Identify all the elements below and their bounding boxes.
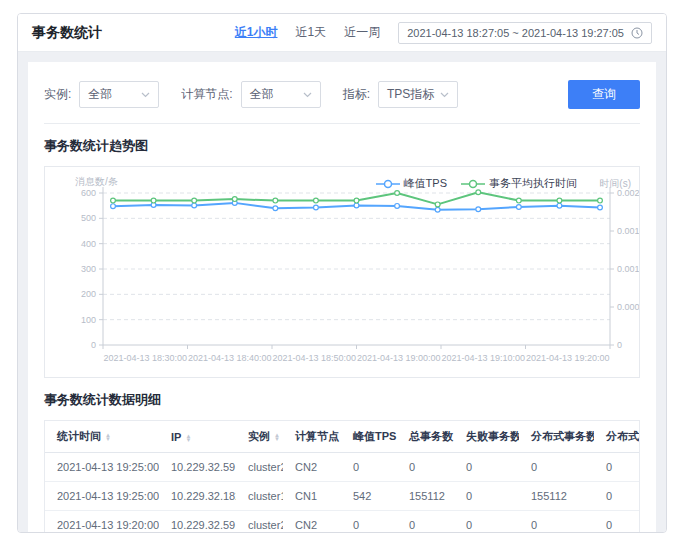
cell-r2-c2: cluster2 — [236, 511, 283, 534]
svg-text:0: 0 — [617, 340, 622, 350]
node-select[interactable]: 全部 — [241, 81, 321, 108]
stats-panel: 事务数统计 近1小时 近1天 近一周 2021-04-13 18:27:05 ~… — [17, 13, 667, 533]
column-label: 分布式事务提交异 — [606, 430, 640, 442]
cell-r2-c1: 10.229.32.59 — [159, 511, 236, 534]
metric-select-value: TPS指标 — [387, 86, 434, 103]
column-label: IP — [171, 431, 181, 443]
chart-svg: 010020030040050060000.00050.0010.00150.0… — [45, 185, 640, 377]
column-label: 实例 — [248, 430, 270, 442]
chevron-down-icon — [440, 92, 449, 98]
cell-r2-c7: 0 — [519, 511, 594, 534]
filter-row: 实例: 全部 计算节点: 全部 指标: TPS指标 — [44, 72, 640, 123]
cell-r2-c5: 0 — [397, 511, 454, 534]
instance-filter: 实例: 全部 — [44, 81, 159, 108]
column-label: 峰值TPS — [353, 430, 396, 442]
cell-r0-c3: CN2 — [283, 453, 341, 482]
column-header-4[interactable]: 峰值TPS▲▼ — [341, 421, 397, 453]
cell-r1-c0: 2021-04-13 19:25:00 — [45, 482, 159, 511]
cell-r1-c1: 10.229.32.182 — [159, 482, 236, 511]
cell-r1-c3: CN1 — [283, 482, 341, 511]
panel-header: 事务数统计 近1小时 近1天 近一周 2021-04-13 18:27:05 ~… — [18, 14, 666, 52]
clock-icon — [631, 27, 643, 39]
svg-text:500: 500 — [81, 213, 96, 223]
column-header-3[interactable]: 计算节点▲▼ — [283, 421, 341, 453]
svg-text:400: 400 — [81, 239, 96, 249]
tab-last-day[interactable]: 近1天 — [295, 24, 326, 41]
svg-text:2021-04-13 18:40:00: 2021-04-13 18:40:00 — [188, 353, 272, 363]
cell-r0-c1: 10.229.32.59 — [159, 453, 236, 482]
column-header-6[interactable]: 失败事务数▲▼ — [454, 421, 519, 453]
cell-r2-c0: 2021-04-13 19:20:00 — [45, 511, 159, 534]
instance-select-value: 全部 — [88, 86, 112, 103]
column-header-1[interactable]: IP▲▼ — [159, 421, 236, 453]
svg-text:2021-04-13 19:10:00: 2021-04-13 19:10:00 — [441, 353, 525, 363]
node-label: 计算节点: — [181, 86, 232, 103]
cell-r0-c8: 0 — [594, 453, 640, 482]
date-range-picker[interactable]: 2021-04-13 18:27:05 ~ 2021-04-13 19:27:0… — [398, 22, 652, 44]
metric-label: 指标: — [343, 86, 370, 103]
cell-r1-c2: cluster1 — [236, 482, 283, 511]
svg-text:200: 200 — [81, 289, 96, 299]
svg-text:0.002: 0.002 — [617, 188, 640, 198]
svg-text:2021-04-13 18:50:00: 2021-04-13 18:50:00 — [272, 353, 356, 363]
svg-text:0.001: 0.001 — [617, 264, 640, 274]
filter-divider — [44, 123, 640, 124]
cell-r0-c6: 0 — [454, 453, 519, 482]
metric-select[interactable]: TPS指标 — [378, 81, 458, 108]
node-filter: 计算节点: 全部 — [181, 81, 320, 108]
cell-r2-c6: 0 — [454, 511, 519, 534]
column-label: 失败事务数 — [466, 430, 519, 442]
svg-text:2021-04-13 19:00:00: 2021-04-13 19:00:00 — [357, 353, 441, 363]
instance-label: 实例: — [44, 86, 71, 103]
cell-r0-c4: 0 — [341, 453, 397, 482]
svg-text:300: 300 — [81, 264, 96, 274]
table-row-0: 2021-04-13 19:25:0010.229.32.59cluster2C… — [45, 453, 640, 482]
tab-last-week[interactable]: 近一周 — [344, 24, 380, 41]
cell-r1-c6: 0 — [454, 482, 519, 511]
column-label: 总事务数 — [409, 430, 453, 442]
svg-text:600: 600 — [81, 188, 96, 198]
page-title: 事务数统计 — [32, 24, 102, 42]
content-card: 实例: 全部 计算节点: 全部 指标: TPS指标 — [28, 62, 656, 533]
cell-r2-c4: 0 — [341, 511, 397, 534]
cell-r0-c0: 2021-04-13 19:25:00 — [45, 453, 159, 482]
cell-r0-c5: 0 — [397, 453, 454, 482]
svg-text:0.0015: 0.0015 — [617, 226, 640, 236]
sort-icon[interactable]: ▲▼ — [274, 433, 280, 441]
stats-table: 统计时间▲▼IP▲▼实例▲▼计算节点▲▼峰值TPS▲▼总事务数▲▼失败事务数▲▼… — [45, 421, 640, 533]
column-label: 计算节点 — [295, 430, 339, 442]
table-body: 2021-04-13 19:25:0010.229.32.59cluster2C… — [45, 453, 640, 534]
column-label: 分布式事务数 — [531, 430, 594, 442]
table-section-title: 事务数统计数据明细 — [44, 391, 640, 409]
stats-table-wrap: 统计时间▲▼IP▲▼实例▲▼计算节点▲▼峰值TPS▲▼总事务数▲▼失败事务数▲▼… — [44, 420, 640, 533]
chevron-down-icon — [303, 92, 312, 98]
cell-r2-c8: 0 — [594, 511, 640, 534]
tab-last-hour[interactable]: 近1小时 — [235, 24, 278, 41]
trend-chart: 消息数/条 峰值TPS事务平均执行时间 时间(s) 01002003004005… — [44, 166, 640, 378]
column-label: 统计时间 — [57, 430, 101, 442]
cell-r1-c5: 155112 — [397, 482, 454, 511]
instance-select[interactable]: 全部 — [79, 81, 159, 108]
svg-text:0.0005: 0.0005 — [617, 302, 640, 312]
svg-text:100: 100 — [81, 315, 96, 325]
cell-r1-c4: 542 — [341, 482, 397, 511]
svg-text:2021-04-13 19:20:00: 2021-04-13 19:20:00 — [526, 353, 610, 363]
cell-r1-c7: 155112 — [519, 482, 594, 511]
column-header-7[interactable]: 分布式事务数▲▼ — [519, 421, 594, 453]
chart-section-title: 事务数统计趋势图 — [44, 137, 640, 155]
column-header-2[interactable]: 实例▲▼ — [236, 421, 283, 453]
table-header: 统计时间▲▼IP▲▼实例▲▼计算节点▲▼峰值TPS▲▼总事务数▲▼失败事务数▲▼… — [45, 421, 640, 453]
time-controls: 近1小时 近1天 近一周 2021-04-13 18:27:05 ~ 2021-… — [235, 22, 652, 44]
query-button[interactable]: 查询 — [568, 80, 640, 109]
metric-filter: 指标: TPS指标 — [343, 81, 458, 108]
cell-r0-c2: cluster2 — [236, 453, 283, 482]
column-header-0[interactable]: 统计时间▲▼ — [45, 421, 159, 453]
node-select-value: 全部 — [250, 86, 274, 103]
sort-icon[interactable]: ▲▼ — [185, 434, 191, 442]
sort-icon[interactable]: ▲▼ — [105, 433, 111, 441]
svg-text:0: 0 — [91, 340, 96, 350]
column-header-5[interactable]: 总事务数▲▼ — [397, 421, 454, 453]
cell-r2-c3: CN2 — [283, 511, 341, 534]
column-header-8[interactable]: 分布式事务提交异▲▼ — [594, 421, 640, 453]
table-row-1: 2021-04-13 19:25:0010.229.32.182cluster1… — [45, 482, 640, 511]
